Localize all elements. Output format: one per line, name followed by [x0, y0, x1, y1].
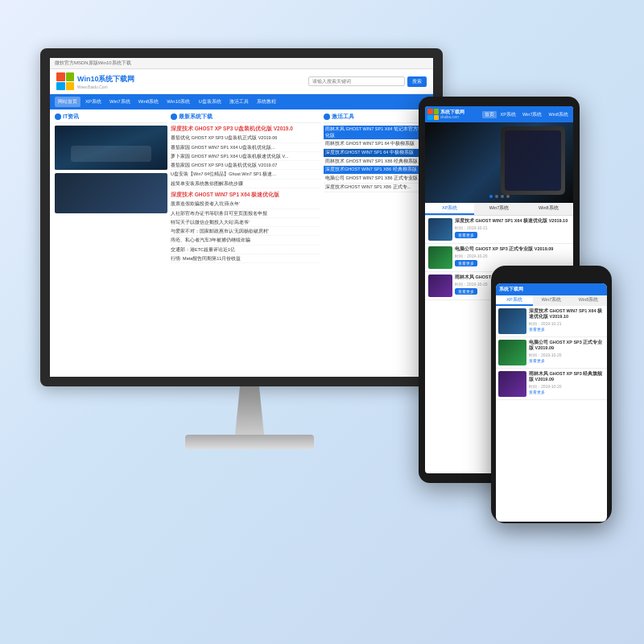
right-item[interactable]: 雨林木风 GHOST WIN7 SP1 X64 笔记本官方客化版 [324, 126, 428, 140]
article-card-2 [55, 173, 167, 213]
article2-list: 股票造假欺骗投资者入坑'薛永年' 人社部官布办证书等职务日可至页面报名申报 特写… [171, 200, 320, 263]
it-news-title: IT资讯 [55, 113, 167, 123]
site-topbar: 微软官方MSDN原版Win10系统下载 [50, 58, 433, 69]
tablet-article-title-2: 电脑公司 GHOST XP SP3 正式专业版 V2019.09 [455, 246, 570, 252]
phone-article-content-3: 雨林木风 GHOST XP SP3 经典旗舰版 V2019.09 时间：2019… [529, 371, 605, 397]
list-item[interactable]: 萝卜家园 GHOST WIN7 SP1 X64 U盘装机极速优化版 V... [171, 152, 320, 161]
tablet-nav-home[interactable]: 首页 [482, 111, 497, 118]
list-item[interactable]: 人社部官布办证书等职务日可至页面报名申报 [171, 209, 320, 218]
nav-item-xp[interactable]: XP系统 [82, 97, 105, 107]
article1-title: 深度技术 GHOST XP SP3 U盘装机优化版 V2019.0 [171, 126, 320, 132]
carousel-dot[interactable] [501, 195, 504, 198]
list-item[interactable]: 超简单安装系统教你图解系统步骤 [171, 180, 320, 188]
logo-title: Win10系统下载网 [77, 74, 134, 85]
list-item[interactable]: 与爱家不对：国家邮政惠市认'无因杨欲破房村' [171, 227, 320, 236]
tablet-hero-phone-visual [501, 126, 565, 195]
tablet-nav-win7[interactable]: Win7系统 [520, 111, 545, 118]
list-item[interactable]: 行情: Meta报告同期第11月份收益 [171, 254, 320, 263]
list-item[interactable]: 番茄优化 GHOST XP SP3 U盘装机正式版 V2019.06 [171, 134, 320, 142]
tablet-article-img-1 [428, 218, 452, 241]
phone-article-2[interactable]: 电脑公司 GHOST XP SP3 正式专业版 V2019.09 时间：2019… [496, 337, 607, 369]
right-item[interactable]: 雨林技术 GHOST WIN7 SP1 X86 经典柳系版 [324, 158, 428, 167]
tablet-nav: 系统下载网 xitaiba.com 首页 XP系统 Win7系统 Win8系统 [425, 106, 573, 122]
phone-read-more-3[interactable]: 查看更多 [529, 390, 545, 394]
car-image [55, 126, 167, 170]
article-img-2 [55, 173, 167, 213]
article2-title: 深度技术 GHOST WIN7 SP1 X64 极速优化版 [171, 192, 320, 198]
tablet-read-more-2[interactable]: 查看更多 [455, 260, 477, 266]
site-header: Win10系统下载网 Www.Baidu.Com 搜索 [50, 69, 433, 94]
list-item[interactable]: U盘安装【Win7 64位精品】Ghost Win7 SP1 极速... [171, 170, 320, 179]
phone-read-more-2[interactable]: 查看更多 [529, 358, 545, 363]
phone-article-img-3 [498, 371, 526, 397]
phone-article-img-2 [498, 340, 526, 365]
logo-sub: Www.Baidu.Com [77, 85, 134, 89]
phone-article-title-2: 电脑公司 GHOST XP SP3 正式专业版 V2019.09 [529, 340, 605, 351]
tablet-tab-xp[interactable]: XP系统 [425, 203, 474, 215]
phone-tab-xp[interactable]: XP系统 [496, 295, 533, 306]
nav-item-activation[interactable]: 激活工具 [226, 97, 252, 107]
activation-tools-title: 激活工具 [324, 113, 428, 123]
phone-article-title-1: 深度技术 GHOST WIN7 SP1 X64 极速优化版 V2019.10 [529, 308, 605, 320]
main-nav: 网站首页 XP系统 Win7系统 Win8系统 Win10系统 U盘装系统 激活… [50, 94, 433, 109]
tablet-logo-url: xitaiba.com [440, 115, 464, 119]
nav-item-tutorial[interactable]: 系统教程 [254, 97, 279, 107]
tablet-logo-title: 系统下载网 [440, 109, 464, 115]
tablet-tabs: XP系统 Win7系统 Win8系统 [425, 203, 573, 216]
it-news-column: IT资讯 [55, 113, 167, 377]
carousel-dot[interactable] [495, 195, 498, 198]
nav-item-usb[interactable]: U盘装系统 [195, 97, 224, 107]
phone-header: 系统下载网 [496, 283, 607, 295]
phone-article-date-3: 时间：2019-10-20 [529, 384, 605, 389]
topbar-text: 微软官方MSDN原版Win10系统下载 [55, 60, 131, 65]
windows-logo-icon [56, 72, 74, 90]
search-area: 搜索 [308, 76, 427, 87]
latest-downloads-title: 最新系统下载 [171, 113, 320, 123]
tablet-nav-items: 首页 XP系统 Win7系统 Win8系统 [482, 111, 571, 118]
tablet-article-img-3 [428, 275, 452, 297]
phone-article-date-2: 时间：2019-10-20 [529, 353, 605, 357]
tablet-article-1[interactable]: 深度技术 GHOST WIN7 SP1 X64 极速优化版 V2019.10 时… [425, 216, 573, 244]
list-item[interactable]: 交通部：港ETC超量评论近1亿 [171, 246, 320, 254]
carousel-dot[interactable] [489, 195, 493, 198]
list-item[interactable]: 番茄家园 GHOST WIN7 SP1 X64 U盘装机优化版... [171, 143, 320, 152]
right-item[interactable]: 深度技术GHOST WIN7 SP1 64 中极柳系版 [324, 149, 428, 158]
phone-tab-win8[interactable]: Win8系统 [570, 295, 607, 306]
search-input[interactable] [308, 76, 405, 86]
nav-item-win7[interactable]: Win7系统 [106, 97, 134, 107]
right-item[interactable]: 深度技术GHOST WIN7 SP1 X86 正式专... [324, 184, 428, 192]
tablet-read-more-3[interactable]: 查看更多 [455, 288, 477, 295]
article-img-inner [55, 173, 167, 213]
phone-article-content-1: 深度技术 GHOST WIN7 SP1 X64 极速优化版 V2019.10 时… [529, 308, 605, 334]
right-item[interactable]: 电脑公司 GHOST WIN7 SP1 X86 正式专业版 [324, 175, 428, 184]
list-item[interactable]: 番茄家园 GHOST XP SP3 U盘装机优化版 V2019.07 [171, 161, 320, 170]
article-img-1 [55, 126, 167, 170]
article1-list: 番茄优化 GHOST XP SP3 U盘装机正式版 V2019.06 番茄家园 … [171, 134, 320, 188]
activation-tools-column: 激活工具 雨林木风 GHOST WIN7 SP1 X64 笔记本官方客化版 雨林… [324, 113, 428, 377]
carousel-dot[interactable] [506, 195, 510, 198]
tablet-nav-xp[interactable]: XP系统 [498, 111, 518, 118]
tablet-nav-win8[interactable]: Win8系统 [546, 111, 571, 118]
phone-website: 系统下载网 XP系统 Win7系统 Win8系统 深度技术 GHOST WIN7… [496, 283, 607, 522]
list-item[interactable]: 特写天子以微信企鹅投入大站'高老爷' [171, 218, 320, 227]
nav-item-win10[interactable]: Win10系统 [163, 97, 193, 107]
phone-tab-win7[interactable]: Win7系统 [533, 295, 570, 306]
search-button[interactable]: 搜索 [407, 76, 427, 87]
phone-article-3[interactable]: 雨林木风 GHOST XP SP3 经典旗舰版 V2019.09 时间：2019… [496, 369, 607, 400]
right-item[interactable]: 深度技术GHOST WIN7 SP1 X86 经典柳系版 [324, 166, 428, 175]
tablet-read-more-1[interactable]: 查看更多 [455, 232, 477, 238]
right-item[interactable]: 雨林技术 GHOST WIN7 SP1 64 中极柳系版 [324, 140, 428, 149]
article-card-1 [55, 126, 167, 170]
tablet-tab-win8[interactable]: Win8系统 [524, 203, 573, 215]
list-item[interactable]: 股票造假欺骗投资者入坑'薛永年' [171, 200, 320, 208]
nav-item-home[interactable]: 网站首页 [55, 97, 80, 107]
phone-article-1[interactable]: 深度技术 GHOST WIN7 SP1 X64 极速优化版 V2019.10 时… [496, 306, 607, 337]
tablet-article-text-1: 深度技术 GHOST WIN7 SP1 X64 极速优化版 V2019.10 时… [455, 218, 570, 241]
nav-item-win8[interactable]: Win8系统 [135, 97, 163, 107]
monitor-neck [225, 386, 274, 435]
phone-article-title-3: 雨林木风 GHOST XP SP3 经典旗舰版 V2019.09 [529, 371, 605, 382]
list-item[interactable]: 痔疮、私心者汽车3年被捕仍继续诈骗 [171, 236, 320, 245]
tablet-logo-text: 系统下载网 xitaiba.com [440, 109, 464, 119]
phone-read-more-1[interactable]: 查看更多 [529, 327, 545, 332]
tablet-tab-win7[interactable]: Win7系统 [474, 203, 523, 215]
